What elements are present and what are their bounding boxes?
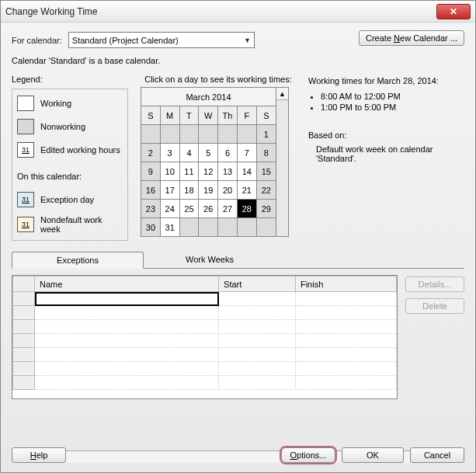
calendar-day[interactable]: 4: [179, 144, 199, 162]
cell-finish[interactable]: [295, 334, 396, 348]
calendar-day[interactable]: 15: [256, 162, 276, 181]
cell-finish[interactable]: [295, 320, 396, 334]
calendar-day[interactable]: 7: [237, 144, 256, 162]
col-name[interactable]: Name: [35, 276, 219, 292]
cell-finish[interactable]: [295, 306, 396, 320]
legend-label: Nonworking: [40, 122, 85, 131]
row-number[interactable]: [13, 292, 35, 306]
cell-name[interactable]: [35, 320, 219, 334]
create-new-calendar-button[interactable]: Create New Calendar ...: [359, 30, 464, 46]
calendar-day[interactable]: [199, 125, 218, 144]
cell-start[interactable]: [219, 320, 296, 334]
help-button[interactable]: Help: [12, 447, 66, 463]
calendar-day[interactable]: 8: [256, 144, 276, 162]
cell-name[interactable]: [35, 334, 219, 348]
calendar-day[interactable]: 9: [141, 162, 161, 181]
calendar-day[interactable]: 25: [179, 200, 199, 218]
cell-name[interactable]: [35, 348, 219, 362]
calendar-day[interactable]: [237, 218, 256, 237]
calendar-day[interactable]: [160, 125, 179, 144]
calendar-day[interactable]: 28: [237, 200, 256, 218]
calendar-day[interactable]: 14: [237, 162, 256, 181]
close-icon[interactable]: ✕: [436, 4, 471, 19]
calendar-day[interactable]: 2: [141, 144, 161, 162]
cell-finish[interactable]: [295, 376, 396, 390]
legend-box: Working Nonworking 31 Edited working hou…: [12, 89, 128, 241]
col-start[interactable]: Start: [219, 276, 296, 292]
calendar-day[interactable]: [141, 125, 161, 144]
cell-name[interactable]: [35, 292, 219, 306]
calendar-dow: S: [141, 106, 161, 125]
cell-start[interactable]: [219, 348, 296, 362]
time-slot: 1:00 PM to 5:00 PM: [321, 103, 464, 112]
calendar-dropdown-value: Standard (Project Calendar): [72, 36, 179, 45]
legend-label: Nondefault work week: [40, 215, 123, 234]
calendar-day[interactable]: 27: [218, 200, 238, 218]
calendar-day[interactable]: 6: [218, 144, 238, 162]
calendar-day[interactable]: [237, 125, 256, 144]
calendar-day[interactable]: 5: [199, 144, 218, 162]
ok-button[interactable]: OK: [342, 447, 404, 463]
tab-exceptions[interactable]: Exceptions: [12, 252, 144, 269]
calendar-day[interactable]: 22: [256, 181, 276, 200]
details-button[interactable]: Details...: [405, 276, 464, 292]
calendar-day[interactable]: 11: [179, 162, 199, 181]
calendar-day[interactable]: 19: [199, 181, 218, 200]
calendar-day[interactable]: 13: [218, 162, 238, 181]
row-number[interactable]: [13, 362, 35, 376]
row-number[interactable]: [13, 348, 35, 362]
calendar-day[interactable]: 26: [199, 200, 218, 218]
options-button[interactable]: Options...: [281, 447, 335, 463]
calendar-day[interactable]: 29: [256, 200, 276, 218]
row-number[interactable]: [13, 376, 35, 390]
calendar-day[interactable]: [199, 218, 218, 237]
cell-name[interactable]: [35, 376, 219, 390]
cell-start[interactable]: [219, 362, 296, 376]
cell-start[interactable]: [219, 376, 296, 390]
row-number[interactable]: [13, 334, 35, 348]
calendar-day[interactable]: [218, 218, 238, 237]
cell-finish[interactable]: [295, 348, 396, 362]
legend-nonworking: Nonworking: [17, 119, 123, 134]
calendar-day[interactable]: 31: [160, 218, 179, 237]
window-title: Change Working Time: [5, 6, 98, 17]
tab-work-weeks[interactable]: Work Weeks: [144, 252, 276, 269]
calendar-scrollbar[interactable]: ▲ ▼: [276, 87, 289, 237]
calendar-day[interactable]: 16: [141, 181, 161, 200]
cancel-button[interactable]: Cancel: [410, 447, 464, 463]
calendar-day[interactable]: [179, 218, 199, 237]
exceptions-grid[interactable]: Name Start Finish: [12, 275, 398, 399]
calendar-day[interactable]: [218, 125, 238, 144]
cell-start[interactable]: [219, 306, 296, 320]
cell-name[interactable]: [35, 362, 219, 376]
scroll-up-icon[interactable]: ▲: [276, 88, 288, 100]
delete-button[interactable]: Delete: [405, 298, 464, 314]
cell-name[interactable]: [35, 306, 219, 320]
calendar-day[interactable]: 18: [179, 181, 199, 200]
row-number[interactable]: [13, 320, 35, 334]
calendar-dropdown[interactable]: Standard (Project Calendar) ▼: [68, 32, 255, 48]
cell-start[interactable]: [219, 334, 296, 348]
calendar-day[interactable]: 20: [218, 181, 238, 200]
calendar-day[interactable]: 21: [237, 181, 256, 200]
col-finish[interactable]: Finish: [295, 276, 396, 292]
row-number[interactable]: [13, 306, 35, 320]
middle-section: Legend: Working Nonworking 31 Edited wor…: [12, 75, 464, 241]
nonworking-swatch-icon: [17, 119, 34, 134]
calendar-day[interactable]: 3: [160, 144, 179, 162]
cell-start[interactable]: [219, 292, 296, 306]
calendar-day[interactable]: [179, 125, 199, 144]
calendar-day[interactable]: 24: [160, 200, 179, 218]
cell-finish[interactable]: [295, 292, 396, 306]
calendar-day[interactable]: 12: [199, 162, 218, 181]
calendar-grid[interactable]: March 2014 SMTWThFS 12345678910111213141…: [141, 87, 276, 237]
calendar-day[interactable]: 30: [141, 218, 161, 237]
calendar-day[interactable]: 1: [256, 125, 276, 144]
calendar-day[interactable]: [256, 218, 276, 237]
calendar-day[interactable]: 23: [141, 200, 161, 218]
tabs: Exceptions Work Weeks: [12, 252, 464, 269]
dialog-content: For calendar: Standard (Project Calendar…: [1, 23, 475, 472]
calendar-day[interactable]: 17: [160, 181, 179, 200]
calendar-day[interactable]: 10: [160, 162, 179, 181]
cell-finish[interactable]: [295, 362, 396, 376]
